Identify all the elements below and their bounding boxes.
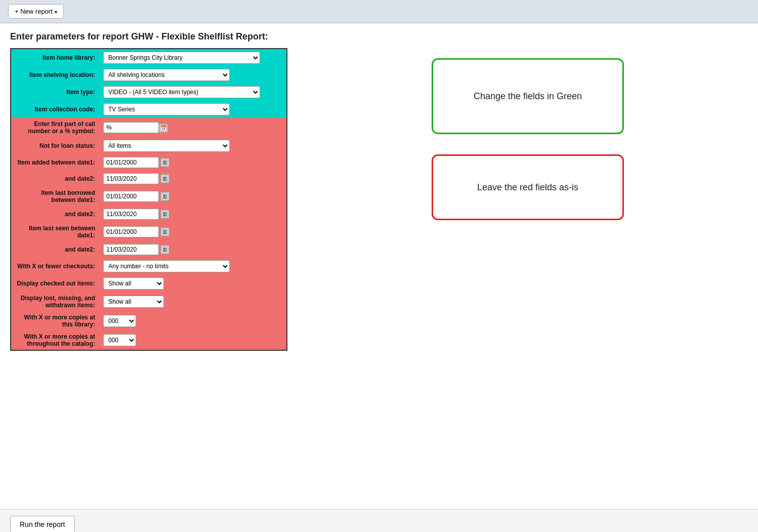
calendar-icon[interactable]: 🗓 <box>160 245 170 254</box>
field-label: With X or more copies at this library: <box>11 311 99 331</box>
field-input-cell: Show all <box>99 292 287 311</box>
field-label: Display checked out items: <box>11 275 99 292</box>
field-input-cell: 🗓 <box>99 187 287 206</box>
field-label: Enter first part of call number or a % s… <box>11 118 99 137</box>
calendar-icon[interactable]: 🗓 <box>160 227 170 236</box>
form-row: Item added between date1:🗓 <box>11 154 287 171</box>
form-row: and date2:🗓 <box>11 241 287 258</box>
field-input-cell: 000001002003 <box>99 331 287 350</box>
field-select[interactable]: Show all <box>103 296 164 308</box>
green-hint-text: Change the fields in Green <box>474 91 582 102</box>
form-row: and date2:🗓 <box>11 206 287 222</box>
field-label: Item added between date1: <box>11 154 99 171</box>
field-input-cell: All items <box>99 137 287 154</box>
calendar-icon[interactable]: 📅 <box>159 124 168 133</box>
field-text-input[interactable] <box>103 122 159 133</box>
field-input-cell: Show all <box>99 275 287 292</box>
form-row: Item shelving location:All shelving loca… <box>11 66 287 84</box>
form-row: Item home library:Bonner Springs City Li… <box>11 49 287 66</box>
field-label: Item last seen between date1: <box>11 222 99 241</box>
date-input[interactable] <box>103 209 159 220</box>
field-label: Display lost, missing, and withdrawn ite… <box>11 292 99 311</box>
field-select[interactable]: 000001002003 <box>103 334 136 346</box>
field-input-cell: 📅 <box>99 118 287 137</box>
field-input-cell: VIDEO - (All 5 VIDEO item types) <box>99 84 287 101</box>
form-row: With X or more copies at throughout the … <box>11 331 287 350</box>
field-label: Item shelving location: <box>11 66 99 84</box>
field-label: and date2: <box>11 206 99 222</box>
new-report-button[interactable]: + New report <box>8 4 64 19</box>
calendar-icon[interactable]: 🗓 <box>160 174 170 183</box>
run-report-button[interactable]: Run the report <box>10 516 75 532</box>
field-select[interactable]: Show all <box>103 277 164 290</box>
field-select[interactable]: All items <box>103 140 230 152</box>
field-input-cell: 🗓 <box>99 171 287 187</box>
form-row: With X or more copies at this library:00… <box>11 311 287 331</box>
calendar-icon[interactable]: 🗓 <box>160 192 170 201</box>
form-row: Not for loan status:All items <box>11 137 287 154</box>
right-panel: Change the fields in Green Leave the red… <box>308 48 748 499</box>
calendar-icon[interactable]: 🗓 <box>160 158 170 167</box>
field-label: and date2: <box>11 241 99 258</box>
form-row: Display lost, missing, and withdrawn ite… <box>11 292 287 311</box>
field-label: Item type: <box>11 84 99 101</box>
parameters-table: Item home library:Bonner Springs City Li… <box>10 48 287 351</box>
top-bar: + New report <box>0 0 758 23</box>
form-row: Item collection code:TV Series <box>11 101 287 118</box>
new-report-label: + New report <box>15 8 53 15</box>
field-select[interactable]: Any number - no limits <box>103 260 230 272</box>
run-report-label: Run the report <box>20 520 65 528</box>
field-label: Item last borrowed between date1: <box>11 187 99 206</box>
field-input-cell: All shelving locations <box>99 66 287 84</box>
date-input[interactable] <box>103 157 159 168</box>
field-label: Item home library: <box>11 49 99 66</box>
dropdown-arrow-icon <box>55 8 57 15</box>
field-input-cell: 🗓 <box>99 206 287 222</box>
form-row: Display checked out items:Show all <box>11 275 287 292</box>
field-label: Not for loan status: <box>11 137 99 154</box>
field-label: With X or fewer checkouts: <box>11 258 99 275</box>
form-row: and date2:🗓 <box>11 171 287 187</box>
date-input[interactable] <box>103 173 159 184</box>
calendar-icon[interactable]: 🗓 <box>160 210 170 219</box>
form-row: Enter first part of call number or a % s… <box>11 118 287 137</box>
field-input-cell: 🗓 <box>99 241 287 258</box>
form-panel: Item home library:Bonner Springs City Li… <box>10 48 287 499</box>
bottom-bar: Run the report <box>0 509 758 532</box>
field-input-cell: Any number - no limits <box>99 258 287 275</box>
page-title: Enter parameters for report GHW - Flexib… <box>0 23 758 48</box>
field-label: Item collection code: <box>11 101 99 118</box>
field-select[interactable]: All shelving locations <box>103 69 230 81</box>
field-input-cell: Bonner Springs City LibraryAll libraries <box>99 49 287 66</box>
date-input[interactable] <box>103 191 159 202</box>
field-select[interactable]: VIDEO - (All 5 VIDEO item types) <box>103 86 260 98</box>
form-row: Item last seen between date1:🗓 <box>11 222 287 241</box>
field-select[interactable]: 000001002003 <box>103 315 136 327</box>
date-input[interactable] <box>103 226 159 237</box>
date-input[interactable] <box>103 244 159 255</box>
red-hint-text: Leave the red fields as-is <box>477 182 578 193</box>
field-label: With X or more copies at throughout the … <box>11 331 99 350</box>
field-label: and date2: <box>11 171 99 187</box>
field-input-cell: TV Series <box>99 101 287 118</box>
field-select[interactable]: TV Series <box>103 103 230 115</box>
form-row: Item type:VIDEO - (All 5 VIDEO item type… <box>11 84 287 101</box>
green-hint-box: Change the fields in Green <box>432 58 624 134</box>
red-hint-box: Leave the red fields as-is <box>432 154 624 220</box>
field-input-cell: 🗓 <box>99 154 287 171</box>
field-input-cell: 🗓 <box>99 222 287 241</box>
field-input-cell: 000001002003 <box>99 311 287 331</box>
form-row: Item last borrowed between date1:🗓 <box>11 187 287 206</box>
form-row: With X or fewer checkouts:Any number - n… <box>11 258 287 275</box>
field-select[interactable]: Bonner Springs City LibraryAll libraries <box>103 52 260 64</box>
